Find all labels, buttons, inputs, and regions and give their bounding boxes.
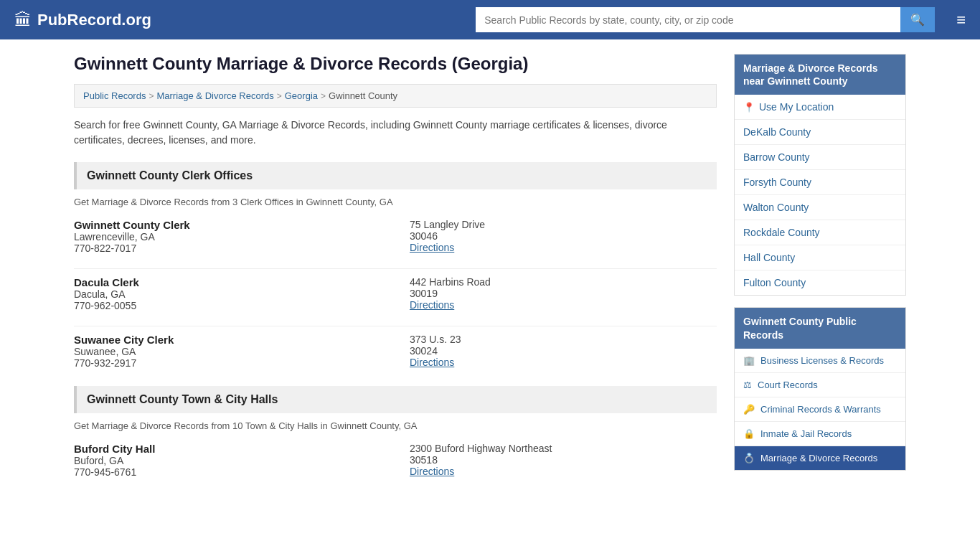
sidebar-county-label: DeKalb County <box>743 126 811 138</box>
breadcrumb-sep-2: > <box>277 91 282 101</box>
sidebar-item-barrow[interactable]: Barrow County <box>735 145 905 170</box>
office-entry-buford: Buford City Hall Buford, GA 770-945-6761… <box>74 443 717 478</box>
search-input[interactable] <box>476 7 900 32</box>
main-container: Gwinnett County Marriage & Divorce Recor… <box>60 39 920 509</box>
sidebar-county-label: Fulton County <box>743 277 806 288</box>
sidebar-item-inmate-records[interactable]: 🔒 Inmate & Jail Records <box>735 422 905 446</box>
sidebar-county-label: Forsyth County <box>743 176 811 188</box>
office-directions[interactable]: Directions <box>410 299 717 311</box>
breadcrumb-public-records[interactable]: Public Records <box>83 90 146 101</box>
breadcrumb-sep-1: > <box>149 91 154 101</box>
menu-button[interactable]: ≡ <box>956 11 966 29</box>
office-name-col-left: Gwinnett County Clerk Lawrenceville, GA … <box>74 219 381 254</box>
office-address-col-right: 373 U.s. 23 30024 Directions <box>410 334 717 369</box>
jail-icon: 🔒 <box>743 428 755 439</box>
clerk-offices-section: Gwinnett County Clerk Offices Get Marria… <box>74 162 717 369</box>
sidebar-item-rockdale[interactable]: Rockdale County <box>735 220 905 245</box>
sidebar-record-label: Court Records <box>758 380 818 390</box>
office-name: Gwinnett County Clerk <box>74 219 381 231</box>
clerk-offices-desc: Get Marriage & Divorce Records from 3 Cl… <box>74 197 717 207</box>
office-street: 75 Langley Drive <box>410 219 717 230</box>
sidebar-item-fulton[interactable]: Fulton County <box>735 270 905 295</box>
court-icon: ⚖ <box>743 380 752 390</box>
office-directions[interactable]: Directions <box>410 466 717 477</box>
sidebar-item-forsyth[interactable]: Forsyth County <box>735 170 905 195</box>
office-phone: 770-962-0055 <box>74 300 381 311</box>
office-directions[interactable]: Directions <box>410 357 717 368</box>
sidebar-record-label: Business Licenses & Records <box>760 355 884 366</box>
office-city: Dacula, GA <box>74 288 381 300</box>
public-records-header: Gwinnett County Public Records <box>735 308 905 348</box>
criminal-icon: 🔑 <box>743 404 755 415</box>
sidebar-item-criminal-records[interactable]: 🔑 Criminal Records & Warrants <box>735 397 905 422</box>
sidebar-record-label: Inmate & Jail Records <box>760 428 852 439</box>
sidebar-item-hall[interactable]: Hall County <box>735 245 905 270</box>
office-zip: 30024 <box>410 345 717 357</box>
office-address-col-right: 2300 Buford Highway Northeast 30518 Dire… <box>410 443 717 478</box>
cityhall-desc: Get Marriage & Divorce Records from 10 T… <box>74 420 717 431</box>
sidebar-county-label: Barrow County <box>743 151 810 163</box>
cityhall-section: Gwinnett County Town & City Halls Get Ma… <box>74 386 717 478</box>
site-header: 🏛 PubRecord.org 🔍 ≡ <box>0 0 980 39</box>
office-directions[interactable]: Directions <box>410 242 717 253</box>
nearby-card-body: 📍 Use My Location DeKalb County Barrow C… <box>735 95 905 295</box>
office-name: Dacula Clerk <box>74 276 381 288</box>
office-entry-gwinnett-clerk: Gwinnett County Clerk Lawrenceville, GA … <box>74 219 717 254</box>
office-street: 2300 Buford Highway Northeast <box>410 443 717 454</box>
business-icon: 🏢 <box>743 355 755 366</box>
sidebar-item-walton[interactable]: Walton County <box>735 195 905 220</box>
site-logo[interactable]: 🏛 PubRecord.org <box>14 10 151 30</box>
search-area: 🔍 <box>476 7 935 32</box>
sidebar: Marriage & Divorce Records near Gwinnett… <box>734 54 906 495</box>
search-button[interactable]: 🔍 <box>900 7 935 32</box>
office-address-col-right: 75 Langley Drive 30046 Directions <box>410 219 717 254</box>
sidebar-record-label: Criminal Records & Warrants <box>760 404 881 415</box>
office-phone: 770-822-7017 <box>74 242 381 254</box>
logo-text: PubRecord.org <box>37 11 151 29</box>
cityhall-header: Gwinnett County Town & City Halls <box>74 386 717 413</box>
breadcrumb-current: Gwinnett County <box>329 90 397 101</box>
office-zip: 30019 <box>410 288 717 299</box>
divider <box>74 326 717 326</box>
office-street: 373 U.s. 23 <box>410 334 717 345</box>
office-name-col-left: Dacula Clerk Dacula, GA 770-962-0055 <box>74 276 381 311</box>
marriage-icon: 💍 <box>743 453 755 463</box>
content-area: Gwinnett County Marriage & Divorce Recor… <box>74 54 717 495</box>
clerk-offices-header: Gwinnett County Clerk Offices <box>74 162 717 189</box>
office-name-col-left: Buford City Hall Buford, GA 770-945-6761 <box>74 443 381 478</box>
office-zip: 30518 <box>410 454 717 466</box>
office-city: Buford, GA <box>74 455 381 466</box>
breadcrumb-sep-3: > <box>321 91 326 101</box>
office-name-col-left: Suwanee City Clerk Suwanee, GA 770-932-2… <box>74 334 381 369</box>
sidebar-county-label: Hall County <box>743 252 795 263</box>
office-city: Suwanee, GA <box>74 346 381 357</box>
nearby-card: Marriage & Divorce Records near Gwinnett… <box>734 54 906 296</box>
breadcrumb-georgia[interactable]: Georgia <box>285 90 318 101</box>
divider <box>74 268 717 269</box>
sidebar-county-label: Rockdale County <box>743 227 820 238</box>
sidebar-item-court-records[interactable]: ⚖ Court Records <box>735 373 905 397</box>
sidebar-item-business-licenses[interactable]: 🏢 Business Licenses & Records <box>735 349 905 373</box>
office-city: Lawrenceville, GA <box>74 231 381 242</box>
page-description: Search for free Gwinnett County, GA Marr… <box>74 118 717 148</box>
public-records-body: 🏢 Business Licenses & Records ⚖ Court Re… <box>735 349 905 470</box>
use-my-location-item[interactable]: 📍 Use My Location <box>735 95 905 120</box>
page-title: Gwinnett County Marriage & Divorce Recor… <box>74 54 717 74</box>
office-phone: 770-945-6761 <box>74 466 381 478</box>
nearby-card-header: Marriage & Divorce Records near Gwinnett… <box>735 55 905 95</box>
logo-icon: 🏛 <box>14 10 32 30</box>
office-name: Buford City Hall <box>74 443 381 455</box>
office-zip: 30046 <box>410 230 717 242</box>
public-records-card: Gwinnett County Public Records 🏢 Busines… <box>734 307 906 470</box>
sidebar-county-label: Walton County <box>743 202 809 213</box>
office-entry-dacula: Dacula Clerk Dacula, GA 770-962-0055 442… <box>74 276 717 311</box>
breadcrumb: Public Records > Marriage & Divorce Reco… <box>74 84 717 108</box>
office-street: 442 Harbins Road <box>410 276 717 288</box>
office-name: Suwanee City Clerk <box>74 334 381 346</box>
sidebar-item-dekalb[interactable]: DeKalb County <box>735 120 905 145</box>
sidebar-item-marriage-divorce[interactable]: 💍 Marriage & Divorce Records <box>735 446 905 470</box>
breadcrumb-marriage-divorce[interactable]: Marriage & Divorce Records <box>156 90 273 101</box>
sidebar-record-label: Marriage & Divorce Records <box>760 453 877 463</box>
use-my-location-label: Use My Location <box>759 101 834 113</box>
location-pin-icon: 📍 <box>743 102 755 113</box>
